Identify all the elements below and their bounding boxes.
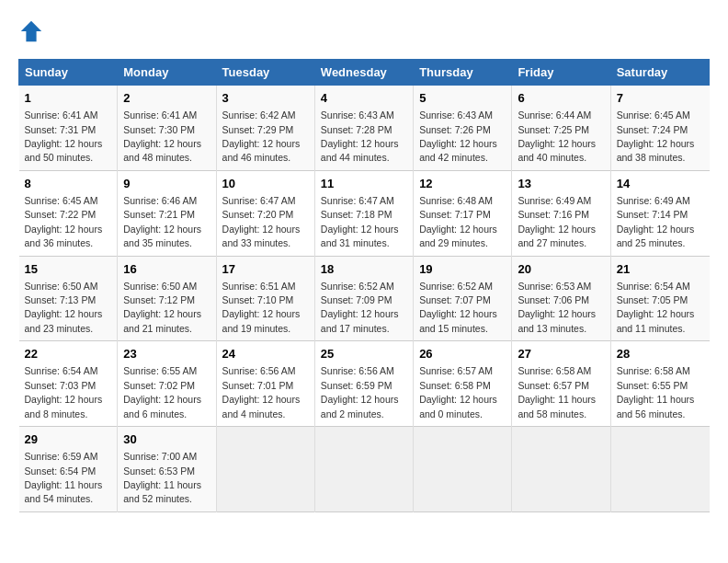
day-number: 29 <box>25 431 112 448</box>
cell-info: Sunrise: 6:47 AM Sunset: 7:20 PM Dayligh… <box>222 195 301 248</box>
calendar-cell: 7Sunrise: 6:45 AM Sunset: 7:24 PM Daylig… <box>610 86 709 171</box>
logo-icon <box>18 18 44 44</box>
cell-info: Sunrise: 6:58 AM Sunset: 6:55 PM Dayligh… <box>617 365 695 419</box>
day-number: 25 <box>321 346 407 362</box>
calendar-cell: 18Sunrise: 6:52 AM Sunset: 7:09 PM Dayli… <box>314 256 413 341</box>
dow-header-thursday: Thursday <box>414 60 512 86</box>
day-number: 6 <box>518 90 604 107</box>
day-number: 2 <box>123 90 210 107</box>
day-number: 9 <box>123 176 210 192</box>
day-number: 28 <box>617 346 704 362</box>
cell-info: Sunrise: 6:51 AM Sunset: 7:10 PM Dayligh… <box>222 281 301 334</box>
calendar-week-5: 29Sunrise: 6:59 AM Sunset: 6:54 PM Dayli… <box>19 427 710 512</box>
day-number: 21 <box>617 261 704 278</box>
cell-info: Sunrise: 6:56 AM Sunset: 7:01 PM Dayligh… <box>222 365 301 419</box>
dow-header-monday: Monday <box>118 60 216 86</box>
calendar-cell: 4Sunrise: 6:43 AM Sunset: 7:28 PM Daylig… <box>314 86 413 171</box>
calendar-cell: 13Sunrise: 6:49 AM Sunset: 7:16 PM Dayli… <box>512 170 610 256</box>
calendar-cell: 11Sunrise: 6:47 AM Sunset: 7:18 PM Dayli… <box>314 170 413 256</box>
cell-info: Sunrise: 6:44 AM Sunset: 7:25 PM Dayligh… <box>518 109 596 163</box>
day-number: 4 <box>321 90 407 107</box>
day-number: 30 <box>123 431 210 448</box>
calendar-week-2: 8Sunrise: 6:45 AM Sunset: 7:22 PM Daylig… <box>19 170 710 256</box>
calendar-cell: 8Sunrise: 6:45 AM Sunset: 7:22 PM Daylig… <box>19 170 118 256</box>
cell-info: Sunrise: 6:55 AM Sunset: 7:02 PM Dayligh… <box>123 365 201 419</box>
day-number: 7 <box>617 90 704 107</box>
calendar-cell: 24Sunrise: 6:56 AM Sunset: 7:01 PM Dayli… <box>216 341 314 427</box>
day-number: 11 <box>321 176 407 192</box>
day-number: 1 <box>25 90 112 107</box>
cell-info: Sunrise: 6:45 AM Sunset: 7:22 PM Dayligh… <box>25 195 103 248</box>
calendar-cell: 16Sunrise: 6:50 AM Sunset: 7:12 PM Dayli… <box>118 256 216 341</box>
day-number: 12 <box>419 176 506 192</box>
calendar-week-1: 1Sunrise: 6:41 AM Sunset: 7:31 PM Daylig… <box>19 86 710 171</box>
cell-info: Sunrise: 6:54 AM Sunset: 7:03 PM Dayligh… <box>25 365 103 419</box>
day-number: 24 <box>222 346 309 362</box>
calendar-cell <box>216 427 314 512</box>
calendar-cell <box>512 427 610 512</box>
calendar-cell <box>314 427 413 512</box>
calendar-cell: 2Sunrise: 6:41 AM Sunset: 7:30 PM Daylig… <box>118 86 216 171</box>
day-number: 8 <box>25 176 112 192</box>
cell-info: Sunrise: 6:52 AM Sunset: 7:07 PM Dayligh… <box>419 281 497 334</box>
day-number: 22 <box>25 346 112 362</box>
calendar-cell: 9Sunrise: 6:46 AM Sunset: 7:21 PM Daylig… <box>118 170 216 256</box>
svg-marker-0 <box>21 21 41 41</box>
calendar-cell: 12Sunrise: 6:48 AM Sunset: 7:17 PM Dayli… <box>414 170 512 256</box>
cell-info: Sunrise: 7:00 AM Sunset: 6:53 PM Dayligh… <box>123 451 201 504</box>
page-header <box>18 18 710 44</box>
calendar-cell: 3Sunrise: 6:42 AM Sunset: 7:29 PM Daylig… <box>216 86 314 171</box>
calendar-cell <box>610 427 709 512</box>
calendar-cell: 29Sunrise: 6:59 AM Sunset: 6:54 PM Dayli… <box>19 427 118 512</box>
calendar-cell <box>414 427 512 512</box>
calendar-cell: 5Sunrise: 6:43 AM Sunset: 7:26 PM Daylig… <box>414 86 512 171</box>
cell-info: Sunrise: 6:50 AM Sunset: 7:13 PM Dayligh… <box>25 281 103 334</box>
cell-info: Sunrise: 6:57 AM Sunset: 6:58 PM Dayligh… <box>419 365 497 419</box>
day-number: 26 <box>419 346 506 362</box>
cell-info: Sunrise: 6:52 AM Sunset: 7:09 PM Dayligh… <box>321 281 399 334</box>
logo <box>18 18 48 44</box>
calendar-cell: 6Sunrise: 6:44 AM Sunset: 7:25 PM Daylig… <box>512 86 610 171</box>
dow-header-sunday: Sunday <box>19 60 118 86</box>
calendar-cell: 28Sunrise: 6:58 AM Sunset: 6:55 PM Dayli… <box>610 341 709 427</box>
cell-info: Sunrise: 6:41 AM Sunset: 7:30 PM Dayligh… <box>123 109 201 163</box>
dow-header-saturday: Saturday <box>610 60 709 86</box>
calendar-cell: 25Sunrise: 6:56 AM Sunset: 6:59 PM Dayli… <box>314 341 413 427</box>
calendar-cell: 19Sunrise: 6:52 AM Sunset: 7:07 PM Dayli… <box>414 256 512 341</box>
day-number: 20 <box>518 261 604 278</box>
cell-info: Sunrise: 6:58 AM Sunset: 6:57 PM Dayligh… <box>518 365 596 419</box>
dow-header-friday: Friday <box>512 60 610 86</box>
cell-info: Sunrise: 6:49 AM Sunset: 7:16 PM Dayligh… <box>518 195 596 248</box>
calendar-cell: 20Sunrise: 6:53 AM Sunset: 7:06 PM Dayli… <box>512 256 610 341</box>
cell-info: Sunrise: 6:41 AM Sunset: 7:31 PM Dayligh… <box>25 109 103 163</box>
day-number: 15 <box>25 261 112 278</box>
cell-info: Sunrise: 6:43 AM Sunset: 7:26 PM Dayligh… <box>419 109 497 163</box>
cell-info: Sunrise: 6:47 AM Sunset: 7:18 PM Dayligh… <box>321 195 399 248</box>
dow-header-tuesday: Tuesday <box>216 60 314 86</box>
cell-info: Sunrise: 6:42 AM Sunset: 7:29 PM Dayligh… <box>222 109 301 163</box>
cell-info: Sunrise: 6:45 AM Sunset: 7:24 PM Dayligh… <box>617 109 695 163</box>
calendar-cell: 23Sunrise: 6:55 AM Sunset: 7:02 PM Dayli… <box>118 341 216 427</box>
cell-info: Sunrise: 6:46 AM Sunset: 7:21 PM Dayligh… <box>123 195 201 248</box>
day-number: 3 <box>222 90 309 107</box>
cell-info: Sunrise: 6:54 AM Sunset: 7:05 PM Dayligh… <box>617 281 695 334</box>
day-number: 27 <box>518 346 604 362</box>
calendar-cell: 1Sunrise: 6:41 AM Sunset: 7:31 PM Daylig… <box>19 86 118 171</box>
calendar-week-4: 22Sunrise: 6:54 AM Sunset: 7:03 PM Dayli… <box>19 341 710 427</box>
day-number: 13 <box>518 176 604 192</box>
calendar-table: SundayMondayTuesdayWednesdayThursdayFrid… <box>18 59 710 512</box>
calendar-cell: 14Sunrise: 6:49 AM Sunset: 7:14 PM Dayli… <box>610 170 709 256</box>
calendar-cell: 26Sunrise: 6:57 AM Sunset: 6:58 PM Dayli… <box>414 341 512 427</box>
dow-header-wednesday: Wednesday <box>314 60 413 86</box>
day-number: 18 <box>321 261 407 278</box>
day-number: 19 <box>419 261 506 278</box>
cell-info: Sunrise: 6:53 AM Sunset: 7:06 PM Dayligh… <box>518 281 596 334</box>
calendar-cell: 15Sunrise: 6:50 AM Sunset: 7:13 PM Dayli… <box>19 256 118 341</box>
day-number: 5 <box>419 90 506 107</box>
calendar-week-3: 15Sunrise: 6:50 AM Sunset: 7:13 PM Dayli… <box>19 256 710 341</box>
cell-info: Sunrise: 6:43 AM Sunset: 7:28 PM Dayligh… <box>321 109 399 163</box>
calendar-cell: 10Sunrise: 6:47 AM Sunset: 7:20 PM Dayli… <box>216 170 314 256</box>
calendar-cell: 27Sunrise: 6:58 AM Sunset: 6:57 PM Dayli… <box>512 341 610 427</box>
calendar-cell: 22Sunrise: 6:54 AM Sunset: 7:03 PM Dayli… <box>19 341 118 427</box>
cell-info: Sunrise: 6:49 AM Sunset: 7:14 PM Dayligh… <box>617 195 695 248</box>
